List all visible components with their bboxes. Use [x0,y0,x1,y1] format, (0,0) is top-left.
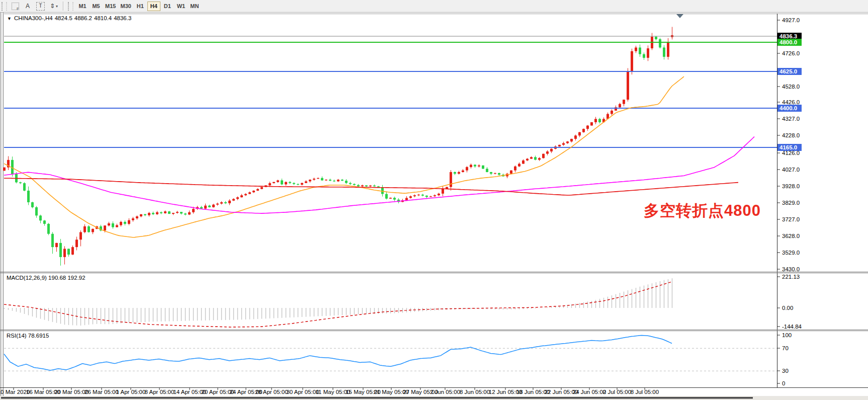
macd-tick: -144.84 [782,324,802,330]
trend-annotation-text: 多空转折点4800 [644,200,761,221]
time-tick: 2 Jun 05:00 [430,389,460,395]
time-tick: 30 Apr 05:00 [286,389,319,395]
rsi-value: 78.6915 [28,333,49,339]
price-tick: 4327.0 [782,116,800,122]
time-tick: 24 Jun 05:00 [573,389,606,395]
price-tick: 4228.0 [782,132,800,138]
scrollbar-thumb[interactable] [1,397,753,399]
time-axis[interactable]: 10 Mar 202016 Mar 05:0020 Mar 05:0026 Ma… [0,388,659,395]
time-tick: 8 Jul 05:00 [631,389,659,395]
time-tick: 2 Jul 05:00 [603,389,631,395]
price-tick: 3829.0 [782,200,800,206]
macd-values: 190.68 192.92 [48,275,85,281]
price-tick: 3928.0 [782,183,800,189]
time-tick: 20 Mar 05:00 [54,389,89,395]
price-badge-label: 4400.0 [779,105,797,111]
price-tick: 4027.0 [782,167,800,173]
price-badge-label: 4625.0 [779,68,797,74]
mt4-window: FAT⇕▾ M1M5M15M30H1H4D1W1MN 4927.04726.04… [0,0,868,400]
symbol-timeframe: CHINA300-,H4 [14,15,53,21]
low-value: 4810.4 [94,15,112,21]
price-tick: 4726.0 [782,50,800,56]
price-tick: 3529.0 [782,250,800,256]
price-tick: 4426.0 [782,99,800,105]
time-tick: 1 Apr 05:00 [116,389,146,395]
time-tick: 28 Apr 05:00 [255,389,288,395]
time-tick: 11 May 05:00 [316,389,351,395]
price-tick: 3727.0 [782,216,800,222]
symbol-dropdown-icon[interactable]: ▼ [7,16,12,21]
rsi-tick: 30 [782,368,789,374]
macd-name: MACD(12,26,9) [7,275,47,281]
price-tick: 4927.0 [782,17,800,23]
time-tick: 26 Mar 05:00 [84,389,119,395]
rsi-name: RSI(14) [7,333,27,339]
time-tick: 8 Jun 05:00 [460,389,490,395]
macd-label: MACD(12,26,9) 190.68 192.92 [7,275,85,281]
time-tick: 8 Apr 05:00 [145,389,175,395]
high-value: 4886.2 [74,15,92,21]
time-tick: 10 Mar 2020 [0,389,30,395]
open-value: 4824.5 [55,15,72,21]
price-badge-label: 4165.0 [779,144,797,150]
price-badge-label: 4836.3 [779,33,797,39]
price-tick: 4528.0 [782,84,800,90]
horizontal-scrollbar[interactable] [0,396,868,400]
rsi-tick: 100 [782,332,792,338]
rsi-tick: 70 [782,345,789,351]
rsi-label: RSI(14) 78.6915 [7,333,49,339]
price-tick: 3430.0 [782,266,800,272]
price-tick: 3628.0 [782,233,800,239]
rsi-tick: 0 [782,380,785,386]
macd-tick: 0.00 [782,305,793,311]
macd-tick: 221.13 [782,274,800,280]
price-badge-label: 4800.0 [779,39,797,45]
symbol-ohlc-line: ▼CHINA300-,H44824.54886.24810.44836.3 [7,15,133,21]
close-value: 4836.3 [114,15,131,21]
